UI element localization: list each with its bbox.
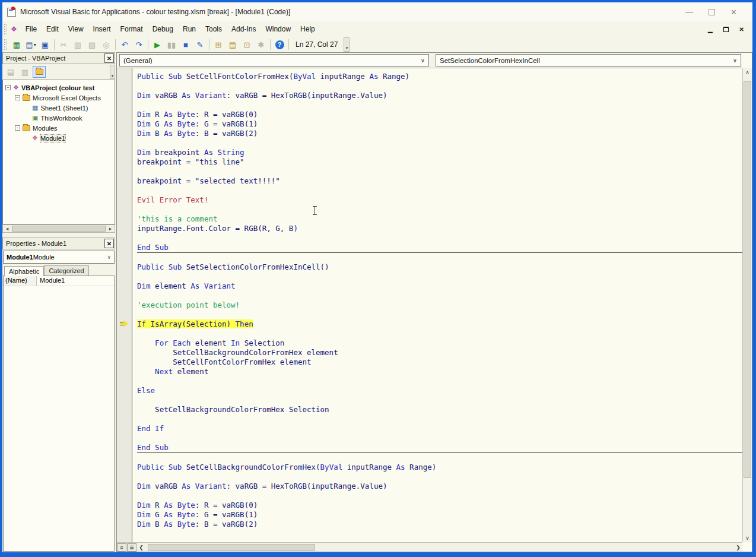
code-line[interactable]: Public Sub SetSelectionColorFromHexInCel… <box>137 262 742 272</box>
code-line[interactable] <box>137 414 742 424</box>
scroll-down-icon[interactable]: ∨ <box>743 534 752 542</box>
procedure-view-button[interactable]: ≡ <box>117 543 126 552</box>
menu-item-debug[interactable]: Debug <box>148 23 178 36</box>
menu-item-tools[interactable]: Tools <box>201 23 227 36</box>
code-line[interactable] <box>137 376 742 386</box>
module-window-icon[interactable]: ❖ <box>11 25 17 33</box>
toolbar-grip[interactable] <box>4 39 7 50</box>
code-line[interactable] <box>137 310 742 319</box>
redo-icon[interactable]: ↷ <box>132 39 145 50</box>
code-line[interactable]: 'this is a comment <box>137 214 742 224</box>
code-line[interactable]: Public Sub SetCellFontColorFromHex(ByVal… <box>137 72 742 81</box>
tab-categorized[interactable]: Categorized <box>44 265 88 276</box>
scroll-left-icon[interactable]: ❮ <box>137 545 145 550</box>
code-line[interactable]: Public Sub SetCellBackgroundColorFromHex… <box>137 463 742 472</box>
code-line[interactable] <box>137 291 742 300</box>
project-toolbar-overflow-icon[interactable]: ▾ <box>110 65 115 79</box>
toolbar-options-icon[interactable]: ▾ <box>344 37 350 52</box>
code-line[interactable] <box>137 453 742 463</box>
code-line[interactable] <box>137 205 742 214</box>
code-line[interactable]: Dim vaRGB As Variant: vaRGB = HexToRGB(i… <box>137 91 742 100</box>
run-icon[interactable]: ▶ <box>151 39 164 50</box>
properties-object-dropdown[interactable]: Module1 Module ∨ <box>3 251 115 264</box>
insert-object-icon[interactable]: ▤▾ <box>24 39 37 50</box>
code-line[interactable] <box>137 138 742 148</box>
scroll-left-icon[interactable]: ◂ <box>3 226 11 232</box>
help-icon[interactable]: ? <box>273 39 286 50</box>
code-line[interactable]: inputRange.Font.Color = RGB(R, G, B) <box>137 224 742 233</box>
code-line[interactable]: Else <box>137 386 742 395</box>
scroll-up-icon[interactable]: ∧ <box>743 68 752 77</box>
mdi-restore-icon[interactable] <box>723 27 729 32</box>
menu-item-run[interactable]: Run <box>178 23 201 36</box>
save-icon[interactable]: ▣ <box>39 39 52 50</box>
code-line[interactable]: Dim element As Variant <box>137 281 742 291</box>
properties-panel-header[interactable]: Properties - Module1 ✕ <box>2 238 115 249</box>
project-panel-close-icon[interactable]: ✕ <box>104 53 114 63</box>
code-line[interactable] <box>137 329 742 338</box>
code-line[interactable] <box>137 491 742 501</box>
code-line[interactable]: Dim G As Byte: G = vaRGB(1) <box>137 119 742 129</box>
collapse-icon[interactable]: − <box>5 85 11 90</box>
code-line[interactable] <box>137 253 742 262</box>
maximize-icon[interactable] <box>709 9 715 15</box>
code-hscrollbar[interactable] <box>145 543 734 552</box>
design-mode-icon[interactable]: ✎ <box>193 39 207 50</box>
procedure-dropdown[interactable]: SetSelectionColorFromHexInCell ∨ <box>436 54 741 67</box>
scroll-right-icon[interactable]: ❯ <box>734 545 742 550</box>
collapse-icon[interactable]: − <box>15 125 20 131</box>
code-editor[interactable]: Public Sub SetCellFontColorFromHex(ByVal… <box>117 68 742 542</box>
minimize-icon[interactable]: — <box>685 8 693 17</box>
menu-item-insert[interactable]: Insert <box>88 23 116 36</box>
tree-item-modules[interactable]: −Modules <box>3 123 115 133</box>
properties-panel-close-icon[interactable]: ✕ <box>104 239 114 248</box>
code-line[interactable]: 'execution point below! <box>137 300 742 310</box>
view-object-button[interactable]: ▥ <box>18 66 31 78</box>
code-line[interactable] <box>137 167 742 176</box>
toggle-folders-button[interactable] <box>33 66 46 78</box>
code-line[interactable]: End Sub <box>137 443 742 453</box>
code-line[interactable] <box>137 272 742 281</box>
toolbox-icon[interactable]: ✱ <box>255 39 268 50</box>
mdi-minimize-icon[interactable]: ▁ <box>708 26 713 33</box>
code-line[interactable]: Evil Error Text! <box>137 195 742 205</box>
undo-icon[interactable]: ↶ <box>118 39 131 50</box>
menu-item-edit[interactable]: Edit <box>42 23 63 36</box>
tree-item-microsoft-excel-objects[interactable]: −Microsoft Excel Objects <box>3 93 115 103</box>
break-icon[interactable]: ▮▮ <box>165 39 178 50</box>
code-margin[interactable] <box>117 68 132 542</box>
code-line[interactable]: If IsArray(Selection) Then <box>137 319 742 329</box>
project-tree-hscrollbar[interactable]: ◂ ▸ <box>2 224 115 233</box>
code-line[interactable]: SetCellFontColorFromHex element <box>137 357 742 367</box>
tree-item-thisworkbook[interactable]: ▣ThisWorkbook <box>3 113 115 123</box>
code-line[interactable]: End If <box>137 424 742 433</box>
scroll-thumb[interactable] <box>148 544 315 551</box>
object-browser-icon[interactable]: ⊡ <box>240 39 253 50</box>
code-line[interactable]: breakpoint = "selected text!!!!" <box>137 176 742 186</box>
property-value[interactable]: Module1 <box>37 276 68 286</box>
tree-item-sheet1-sheet1[interactable]: ▦Sheet1 (Sheet1) <box>3 103 115 113</box>
tab-alphabetic[interactable]: Alphabetic <box>4 266 44 276</box>
menu-item-file[interactable]: File <box>21 23 42 36</box>
collapse-icon[interactable]: − <box>15 95 20 100</box>
view-excel-icon[interactable]: ▦ <box>10 39 23 50</box>
code-line[interactable]: Dim G As Byte: G = vaRGB(1) <box>137 510 742 520</box>
title-bar[interactable]: Microsoft Visual Basic for Applications … <box>2 2 752 21</box>
code-line[interactable]: Dim R As Byte: R = vaRGB(0) <box>137 501 742 510</box>
view-code-button[interactable]: ▤ <box>4 66 17 78</box>
object-dropdown[interactable]: (General) ∨ <box>119 54 429 67</box>
code-line[interactable]: Next element <box>137 367 742 376</box>
code-line[interactable]: Dim B As Byte: B = vaRGB(2) <box>137 520 742 529</box>
scroll-thumb[interactable] <box>12 226 106 232</box>
menu-item-addins[interactable]: Add-Ins <box>227 23 261 36</box>
code-line[interactable]: Dim vaRGB As Variant: vaRGB = HexToRGB(i… <box>137 482 742 491</box>
copy-icon[interactable]: ▥ <box>71 39 84 50</box>
reset-icon[interactable]: ■ <box>179 39 192 50</box>
scroll-thumb[interactable] <box>744 81 751 478</box>
code-line[interactable] <box>137 186 742 195</box>
paste-icon[interactable]: ▧ <box>85 39 99 50</box>
code-line[interactable] <box>137 472 742 482</box>
tree-item-module1[interactable]: ❖Module1 <box>3 133 115 143</box>
code-line[interactable] <box>137 81 742 91</box>
code-line[interactable] <box>137 233 742 243</box>
